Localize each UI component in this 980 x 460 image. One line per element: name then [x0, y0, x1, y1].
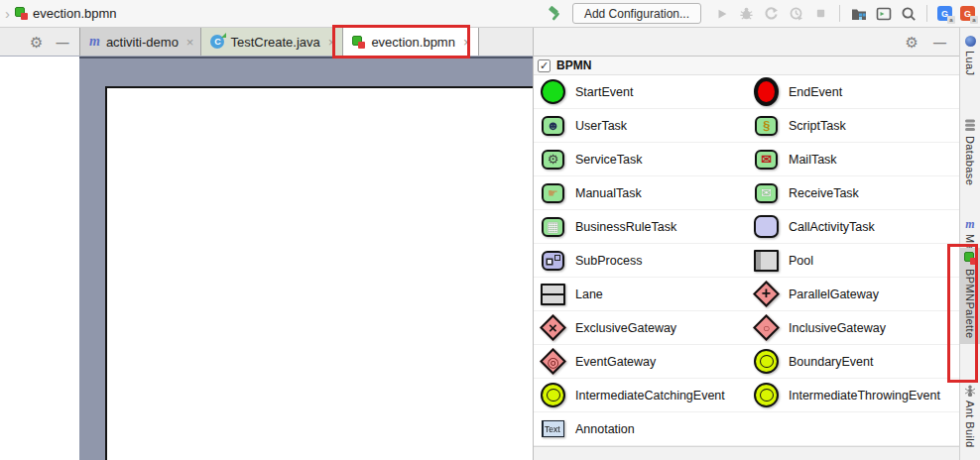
- palette-item-pool[interactable]: Pool: [747, 249, 813, 273]
- editor-settings-gear-icon[interactable]: ⚙: [30, 35, 43, 50]
- annotation-icon: Text: [541, 417, 565, 441]
- service-task-icon: [541, 148, 565, 172]
- palette-item-inclusive-gateway[interactable]: InclusiveGateway: [747, 316, 886, 340]
- bpmn-checkbox[interactable]: ✓: [538, 59, 551, 72]
- parallel-gateway-icon: [754, 283, 779, 306]
- palette-item-lane[interactable]: Lane: [534, 283, 747, 306]
- tab-bar-gutter: ⚙ —: [0, 28, 79, 56]
- palette-item-start-event[interactable]: StartEvent: [534, 80, 747, 104]
- run-icon[interactable]: [713, 5, 730, 22]
- manual-task-icon: [541, 181, 565, 205]
- palette-row: SubProcessPool: [534, 244, 959, 278]
- palette-item-intermediate-catching-event[interactable]: IntermediateCatchingEvent: [534, 384, 747, 407]
- call-activity-task-icon: [754, 215, 779, 239]
- close-icon[interactable]: ×: [184, 36, 194, 49]
- translate-blue-icon[interactable]: G: [937, 6, 952, 21]
- palette-item-label: IntermediateThrowingEvent: [789, 389, 940, 402]
- palette-item-label: SubProcess: [575, 254, 642, 268]
- sub-process-icon: [541, 249, 565, 273]
- titlebar: › evection.bpmn Add Configuration...: [0, 0, 980, 28]
- mail-task-icon: [754, 148, 779, 172]
- palette-hide-icon[interactable]: —: [933, 36, 946, 49]
- palette-item-label: BusinessRuleTask: [575, 220, 676, 234]
- add-configuration-button[interactable]: Add Configuration...: [572, 3, 701, 24]
- tab-activiti-demo[interactable]: m activiti-demo ×: [79, 28, 201, 56]
- palette-item-call-activity-task[interactable]: CallActivityTask: [747, 215, 875, 239]
- palette-row: UserTaskScriptTask: [534, 109, 959, 143]
- toolwindow-luaj[interactable]: LuaJ: [960, 36, 980, 75]
- palette-row: ManualTaskReceiveTask: [534, 176, 959, 210]
- toolbar-separator: [839, 5, 840, 22]
- editor-tab-bar: ⚙ — m activiti-demo × C TestCreate.java …: [0, 28, 533, 57]
- palette-settings-gear-icon[interactable]: ⚙: [906, 35, 919, 50]
- palette-item-label: Annotation: [575, 422, 635, 436]
- palette-item-annotation[interactable]: TextAnnotation: [534, 417, 747, 441]
- hide-panel-icon[interactable]: —: [56, 36, 68, 49]
- script-task-icon: [754, 114, 779, 138]
- palette-item-boundary-event[interactable]: BoundaryEvent: [747, 350, 873, 374]
- palette-items: StartEventEndEventUserTaskScriptTaskServ…: [534, 75, 959, 446]
- palette-item-label: StartEvent: [575, 85, 633, 99]
- tab-evection-bpmn[interactable]: evection.bpmn ×: [343, 28, 478, 56]
- exclusive-gateway-icon: [541, 316, 565, 340]
- palette-item-exclusive-gateway[interactable]: ExclusiveGateway: [534, 316, 747, 340]
- terminal-icon[interactable]: [875, 5, 892, 22]
- toolwindow-database[interactable]: Database: [960, 119, 980, 185]
- main-toolbar: Add Configuration...: [548, 3, 980, 24]
- toolbar-separator: [926, 5, 927, 22]
- receive-task-icon: [754, 181, 779, 205]
- palette-row: ServiceTaskMailTask: [534, 143, 959, 176]
- tab-testcreate-java[interactable]: C TestCreate.java ×: [201, 28, 343, 56]
- palette-item-label: EndEvent: [789, 85, 842, 99]
- palette-item-label: InclusiveGateway: [789, 321, 886, 335]
- palette-item-script-task[interactable]: ScriptTask: [747, 114, 846, 138]
- palette-row: IntermediateCatchingEventIntermediateThr…: [534, 379, 959, 412]
- breadcrumb[interactable]: › evection.bpmn: [0, 6, 117, 21]
- palette-item-parallel-gateway[interactable]: ParallelGateway: [747, 283, 879, 306]
- close-icon[interactable]: ×: [461, 36, 471, 49]
- java-class-icon: C: [210, 35, 224, 49]
- palette-item-label: Lane: [575, 288, 603, 301]
- palette-item-sub-process[interactable]: SubProcess: [534, 249, 747, 273]
- close-icon[interactable]: ×: [326, 36, 336, 49]
- build-hammer-icon[interactable]: [548, 5, 564, 22]
- palette-item-mail-task[interactable]: MailTask: [747, 148, 837, 172]
- palette-item-intermediate-throwing-event[interactable]: IntermediateThrowingEvent: [747, 384, 940, 407]
- palette-item-manual-task[interactable]: ManualTask: [534, 181, 747, 205]
- toolwindow-bpmnpalette[interactable]: BPMNPalette: [960, 248, 980, 344]
- toolwindow-label: Database: [964, 136, 976, 185]
- bpmn-diagram-canvas[interactable]: [105, 86, 533, 460]
- palette-item-user-task[interactable]: UserTask: [534, 114, 747, 138]
- debug-bug-icon[interactable]: [738, 5, 755, 22]
- palette-item-label: Pool: [789, 254, 813, 268]
- project-structure-icon[interactable]: [850, 5, 867, 22]
- maven-icon: m: [965, 218, 974, 230]
- translate-orange-icon[interactable]: G: [960, 6, 975, 21]
- search-everywhere-icon[interactable]: [900, 5, 917, 22]
- start-event-icon: [541, 80, 565, 104]
- event-gateway-icon: [541, 350, 565, 374]
- palette-group-title: BPMN: [556, 58, 591, 72]
- stop-icon[interactable]: [812, 5, 829, 22]
- run-with-coverage-icon[interactable]: [763, 5, 780, 22]
- palette-row: ExclusiveGatewayInclusiveGateway: [534, 311, 959, 345]
- pool-icon: [754, 249, 779, 273]
- ant-icon: [964, 385, 976, 397]
- palette-item-business-rule-task[interactable]: BusinessRuleTask: [534, 215, 747, 239]
- palette-group-row: ✓ BPMN: [534, 57, 959, 75]
- palette-item-label: UserTask: [575, 119, 627, 133]
- toolwindow-label: BPMNPalette: [964, 269, 976, 338]
- palette-item-label: MailTask: [789, 153, 837, 167]
- toolwindow-ant-build[interactable]: Ant Build: [960, 385, 980, 448]
- palette-row: StartEventEndEvent: [534, 75, 959, 109]
- palette-row: EventGatewayBoundaryEvent: [534, 345, 959, 379]
- palette-item-end-event[interactable]: EndEvent: [747, 80, 842, 104]
- inclusive-gateway-icon: [754, 316, 779, 340]
- palette-item-service-task[interactable]: ServiceTask: [534, 148, 747, 172]
- toolwindow-label: LuaJ: [964, 51, 976, 75]
- palette-item-label: ExclusiveGateway: [575, 321, 676, 335]
- profiler-icon[interactable]: [788, 5, 804, 22]
- chevron-right-icon: ›: [5, 6, 10, 21]
- palette-item-event-gateway[interactable]: EventGateway: [534, 350, 747, 374]
- palette-item-receive-task[interactable]: ReceiveTask: [747, 181, 859, 205]
